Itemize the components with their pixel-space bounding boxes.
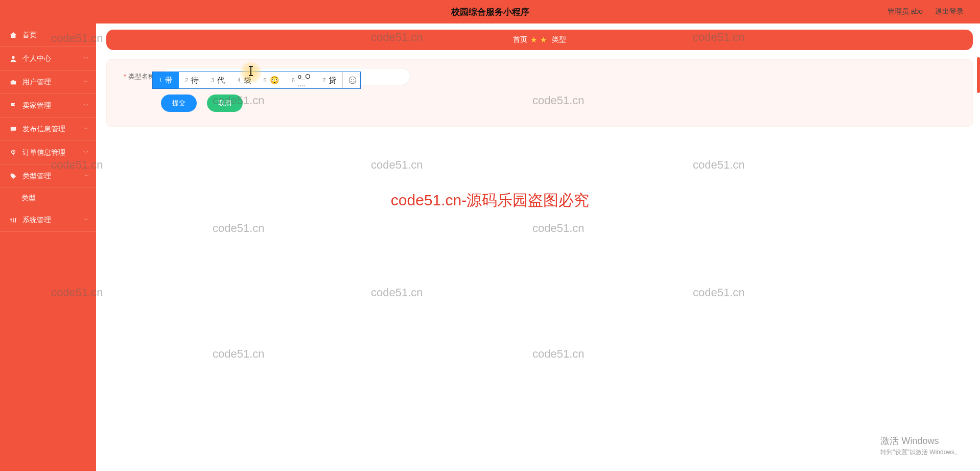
sidebar-item-users[interactable]: 用户管理 ﹀ [0,70,96,94]
sidebar-item-label: 卖家管理 [22,101,51,110]
equalizer-icon [9,216,17,224]
breadcrumb-home[interactable]: 首页 [513,35,527,44]
chevron-down-icon: ﹀ [83,78,89,86]
chevron-down-icon: ﹀ [83,125,89,133]
svg-rect-3 [11,127,16,130]
chevron-up-icon: ︿ [83,172,89,180]
form-card: *类型名称 提交 取消 [106,59,973,127]
sidebar-item-label: 个人中心 [22,54,51,63]
chevron-down-icon: ﹀ [83,55,89,62]
sidebar-item-orders[interactable]: 订单信息管理 ﹀ [0,141,96,164]
svg-point-5 [13,151,14,152]
main-content: 首页 ★ ★ 类型 *类型名称 提交 取消 [96,23,980,471]
svg-point-9 [349,77,357,84]
sidebar-item-profile[interactable]: 个人中心 ﹀ [0,47,96,70]
ime-candidate-6[interactable]: 6o_O .... [286,72,317,88]
top-header: 校园综合服务小程序 管理员 abo 退出登录 [0,0,980,23]
svg-rect-1 [11,81,16,84]
sidebar: 首页 个人中心 ﹀ 用户管理 ﹀ 卖家管理 ﹀ 发布信息管理 ﹀ 订单信息管理 … [0,23,96,471]
sidebar-item-sellers[interactable]: 卖家管理 ﹀ [0,94,96,117]
ime-candidate-2[interactable]: 2待 [179,72,205,88]
sidebar-item-home[interactable]: 首页 [0,23,96,47]
ime-candidate-bar: 1带 2待 3代 4袋 5😳 6o_O .... 7贷 [152,72,361,89]
tags-icon [9,172,17,180]
star-icon: ★ [530,35,537,44]
chevron-down-icon: ﹀ [83,149,89,156]
ime-emoji-button[interactable] [342,72,362,88]
header-right: 管理员 abo 退出登录 [888,7,964,16]
svg-point-6 [10,218,12,220]
ime-candidate-1[interactable]: 1带 [153,72,179,88]
button-row: 提交 取消 [161,95,961,112]
form-label: *类型名称 [118,72,155,81]
home-icon [9,31,17,39]
sidebar-item-label: 用户管理 [22,78,51,87]
flag-icon [9,102,17,110]
sidebar-item-system[interactable]: 系统管理 ﹀ [0,208,96,232]
ime-candidate-4[interactable]: 4袋 [231,72,257,88]
svg-point-7 [13,220,14,222]
pin-icon [9,149,17,157]
breadcrumb: 首页 ★ ★ 类型 [106,30,973,50]
sidebar-item-type-mgmt[interactable]: 类型管理 ︿ [0,164,96,188]
submit-button[interactable]: 提交 [161,95,197,112]
sidebar-subitem-type[interactable]: 类型 [0,188,96,208]
sidebar-item-label: 系统管理 [22,216,51,225]
svg-point-0 [12,56,14,58]
ime-candidate-7[interactable]: 7贷 [316,72,342,88]
activate-subtitle: 转到"设置"以激活 Windows。 [880,448,961,457]
chat-icon [9,125,17,133]
logout-link[interactable]: 退出登录 [935,7,964,16]
scroll-accent [977,57,980,93]
app-title: 校园综合服务小程序 [451,6,529,18]
sidebar-item-label: 类型 [21,194,36,203]
activate-title: 激活 Windows [880,435,961,447]
sidebar-item-label: 订单信息管理 [22,148,65,157]
user-icon [9,55,17,63]
star-icon: ★ [540,35,547,44]
cancel-button[interactable]: 取消 [207,95,243,112]
sidebar-item-publish[interactable]: 发布信息管理 ﹀ [0,117,96,141]
svg-rect-2 [12,80,14,81]
svg-point-11 [354,79,355,80]
sidebar-item-label: 首页 [22,31,37,40]
activate-windows-notice: 激活 Windows 转到"设置"以激活 Windows。 [880,435,961,457]
briefcase-icon [9,78,17,86]
svg-point-10 [351,79,352,80]
sidebar-item-label: 发布信息管理 [22,125,65,134]
breadcrumb-current: 类型 [552,35,566,44]
sidebar-item-label: 类型管理 [22,172,51,181]
smile-icon [348,76,357,85]
svg-point-8 [15,218,16,220]
ime-candidate-5[interactable]: 5😳 [258,72,286,88]
chevron-down-icon: ﹀ [83,102,89,109]
admin-link[interactable]: 管理员 abo [888,7,923,16]
chevron-down-icon: ﹀ [83,216,89,224]
ime-candidate-3[interactable]: 3代 [205,72,231,88]
